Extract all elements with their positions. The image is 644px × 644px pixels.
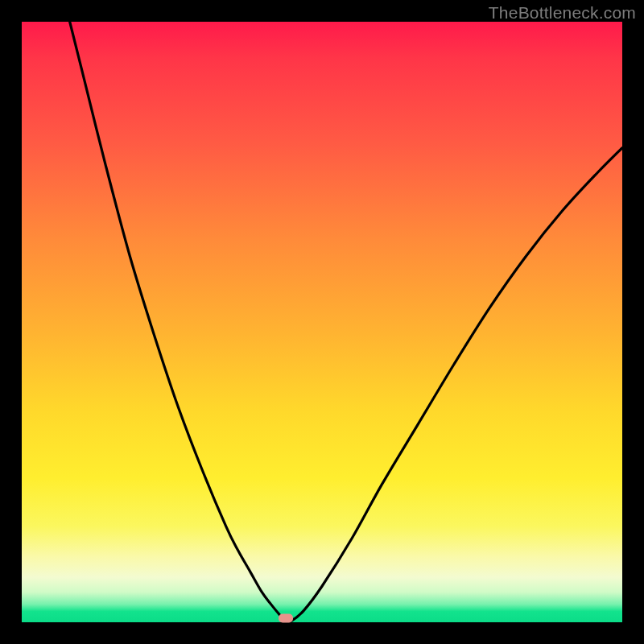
watermark-text: TheBottleneck.com [489, 3, 636, 23]
bottleneck-curve [22, 22, 622, 622]
plot-area [22, 22, 622, 622]
optimum-marker [279, 613, 293, 622]
chart-frame: TheBottleneck.com [0, 0, 644, 644]
curve-path [70, 22, 622, 621]
